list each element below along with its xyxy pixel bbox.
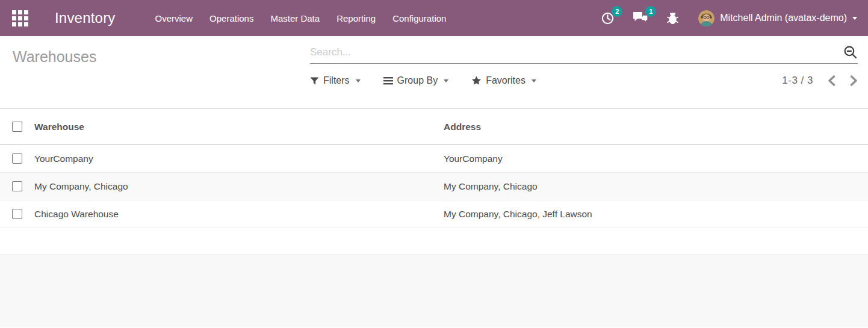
search-input[interactable] [310, 46, 843, 58]
pager-previous-icon[interactable] [828, 75, 835, 86]
empty-list-row [0, 228, 868, 255]
address-cell[interactable]: My Company, Chicago, Jeff Lawson [444, 209, 868, 220]
warehouse-cell[interactable]: Chicago Warehouse [34, 209, 444, 220]
filter-funnel-icon [310, 76, 319, 85]
warehouse-list: Warehouse Address YourCompany YourCompan… [0, 109, 868, 327]
pager: 1-3 / 3 [782, 75, 858, 87]
favorites-star-icon [471, 76, 482, 85]
search-bar [310, 45, 858, 64]
nav-item-reporting[interactable]: Reporting [328, 1, 384, 36]
table-header-row: Warehouse Address [0, 109, 868, 145]
address-cell[interactable]: YourCompany [444, 153, 868, 164]
row-checkbox[interactable] [12, 153, 22, 164]
page-title: Warehouses [13, 48, 298, 66]
favorites-button[interactable]: Favorites [471, 75, 536, 86]
chevron-down-icon [356, 79, 361, 82]
app-name[interactable]: Inventory [55, 10, 116, 26]
address-cell[interactable]: My Company, Chicago [444, 181, 868, 192]
warehouse-cell[interactable]: YourCompany [34, 153, 444, 164]
group-by-button[interactable]: Group By [383, 75, 449, 86]
column-header-address[interactable]: Address [444, 122, 868, 132]
nav-item-master-data[interactable]: Master Data [262, 1, 328, 36]
top-navbar: Inventory Overview Operations Master Dat… [0, 0, 868, 36]
nav-item-operations[interactable]: Operations [201, 1, 262, 36]
row-checkbox[interactable] [12, 181, 22, 191]
navbar-right: 2 1 [583, 10, 857, 26]
group-by-bars-icon [383, 77, 393, 85]
filter-toolbar: Filters Group By Favorites [310, 75, 858, 87]
chevron-down-icon [852, 17, 857, 20]
user-menu[interactable]: Mitchell Admin (avatax-demo) [698, 10, 857, 26]
breadcrumb: Warehouses [0, 36, 298, 108]
filters-button[interactable]: Filters [310, 75, 361, 86]
messages-badge: 1 [645, 6, 656, 17]
page-background [0, 255, 868, 327]
user-avatar [698, 10, 715, 26]
control-panel: Warehouses Filters [0, 36, 868, 109]
activity-clock-icon[interactable]: 2 [601, 11, 615, 25]
row-checkbox[interactable] [12, 209, 22, 219]
debug-bug-icon[interactable] [666, 11, 679, 25]
chevron-down-icon [444, 79, 448, 82]
warehouse-cell[interactable]: My Company, Chicago [34, 181, 444, 192]
nav-item-overview[interactable]: Overview [147, 1, 202, 36]
apps-grid-icon[interactable] [12, 10, 28, 26]
nav-menu: Overview Operations Master Data Reportin… [147, 1, 455, 36]
pager-range: 1-3 / 3 [782, 75, 813, 87]
chevron-down-icon [532, 79, 536, 82]
messages-icon[interactable]: 1 [633, 11, 648, 25]
table-row[interactable]: My Company, Chicago My Company, Chicago [0, 173, 868, 200]
nav-item-configuration[interactable]: Configuration [384, 1, 454, 36]
select-all-checkbox[interactable] [12, 122, 22, 132]
column-header-warehouse[interactable]: Warehouse [34, 122, 444, 132]
user-name: Mitchell Admin (avatax-demo) [720, 13, 847, 23]
search-panel: Filters Group By Favorites [298, 36, 868, 108]
activity-badge: 2 [612, 6, 622, 17]
pager-next-icon[interactable] [850, 75, 858, 86]
search-magnifier-icon[interactable] [843, 45, 858, 60]
table-row[interactable]: YourCompany YourCompany [0, 145, 868, 173]
table-row[interactable]: Chicago Warehouse My Company, Chicago, J… [0, 200, 868, 228]
